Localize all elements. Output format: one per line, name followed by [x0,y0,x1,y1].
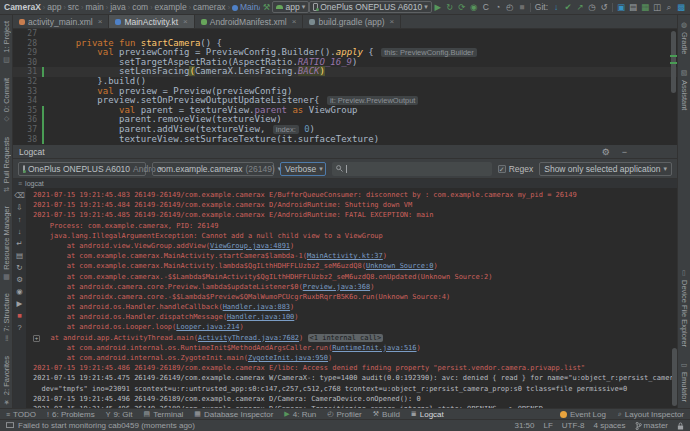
run-config-select[interactable]: app ▾ [272,1,309,13]
stacktrace-link[interactable]: ZygoteInit.java:950 [248,354,328,362]
close-icon[interactable]: × [390,17,395,26]
breadcrumb-item[interactable]: example [154,2,188,12]
close-icon[interactable]: × [183,17,188,26]
update-project-button[interactable]: ↓ [550,2,562,12]
logcat-device-select[interactable]: OnePlus ONEPLUS A6010 Andro ▾ [18,162,146,176]
breadcrumb-item[interactable]: java [109,2,127,12]
tool-window-button-run[interactable]: ▶4: Run [284,410,316,419]
commit-button[interactable]: ✔ [562,2,574,12]
tool-window-button-pull-requests[interactable]: ⇅Pull Requests [2,137,11,192]
close-icon[interactable]: × [292,17,297,26]
logcat-scrollbar-thumb[interactable] [672,348,677,406]
logcat-content-tab[interactable]: ≡ logcat [13,179,677,188]
down-stack-trace-button[interactable]: ↓ [18,227,22,236]
editor-scrollbar[interactable] [670,29,677,145]
logcat-settings-button[interactable]: ⚙ [16,275,23,284]
scroll-to-end-button[interactable]: ⇩ [16,203,22,212]
stop-button[interactable]: ■ [516,2,528,12]
editor-tab[interactable]: AndroidManifest.xml× [195,15,304,28]
gear-icon[interactable]: ⚙ [602,147,610,157]
up-stack-trace-button[interactable]: ↑ [18,215,22,224]
screenshot-button[interactable]: ◉ [16,287,23,296]
tool-window-button-todo[interactable]: ≡TODO [6,410,36,419]
internal-calls-chip[interactable]: <1 internal call> [308,334,384,342]
tool-window-button-2-favorites[interactable]: ★2: Favorites [2,356,11,406]
tool-window-button-database-inspector[interactable]: ▦Database Inspector [194,410,273,419]
stacktrace-link[interactable]: MainActivity.kt:37 [307,252,383,260]
search-everywhere-button[interactable]: ⌕ [663,2,675,13]
tool-window-button-problems[interactable]: !6: Problems [47,410,95,419]
minimize-icon[interactable]: − [622,147,627,157]
device-select[interactable]: OnePlus ONEPLUS A6010 ▾ [309,1,432,13]
close-icon[interactable]: × [98,17,103,26]
stacktrace-link[interactable]: ViewGroup.java:4891 [210,242,290,250]
soft-wrap-button[interactable]: ↵ [16,239,22,248]
tool-window-button-emulator[interactable]: ▭Emulator [680,361,689,402]
breadcrumb-item[interactable]: com [131,2,149,12]
indent-setting[interactable]: 4 spaces [594,421,626,430]
clear-logcat-button[interactable]: ⌫ [14,191,25,200]
regex-checkbox[interactable]: ✓ Regex [498,164,534,174]
attach-device-button[interactable]: ◫ [651,2,663,13]
stacktrace-link[interactable]: Unknown Source:0 [366,262,433,270]
stacktrace-link[interactable]: ActivityThread.java:7682 [198,334,299,342]
git-branch-widget[interactable]: master [635,421,668,430]
apply-changes-button[interactable]: ↻ [444,2,456,12]
restart-button[interactable]: ↻ [16,263,22,272]
logcat-filter-select[interactable]: Show only selected application ▾ [539,162,672,176]
stacktrace-link[interactable]: RuntimeInit.java:516 [332,344,416,352]
file-encoding[interactable]: UTF-8 [562,421,585,430]
stop-record-button[interactable]: ■ [17,311,22,320]
push-button[interactable]: ↗ [574,2,586,12]
tool-window-button-event-log[interactable]: Event Log [560,410,606,419]
tool-window-button-logcat[interactable]: ≣Logcat [411,410,444,419]
tool-window-button-build[interactable]: ⚒Build [373,410,400,419]
rollback-button[interactable]: ↺ [598,2,610,12]
print-button[interactable]: ▤ [16,251,23,260]
breadcrumb-item[interactable]: src [67,2,80,12]
stacktrace-link[interactable]: Handler.java:100 [227,313,294,321]
breadcrumb-item[interactable]: camerax [192,2,227,12]
editor-tab[interactable]: build.gradle (app)× [303,15,401,28]
avd-manager-button[interactable]: ▦ [639,2,651,13]
profile-button[interactable]: ◔ [492,2,504,12]
log-level-select[interactable]: Verbose ▾ [280,162,326,176]
tool-window-button-gradle[interactable]: ◍Gradle [680,21,689,55]
editor-tab[interactable]: MainActivity.kt× [109,15,194,28]
stacktrace-link[interactable]: Looper.java:214 [176,323,239,331]
caret-position[interactable]: 31:50 [514,421,534,430]
logcat-title[interactable]: Logcat [19,147,45,157]
build-hammer-icon[interactable]: ⚒ [260,2,272,12]
tool-window-button-assistant[interactable]: ▧Assistant [680,69,689,110]
line-ending[interactable]: LF [544,421,553,430]
run-button[interactable]: ▶ [432,2,444,12]
tool-window-button-resource-manager[interactable]: ▦Resource Manager [2,206,11,281]
logcat-output[interactable]: 2021-07-15 19:21:45.483 26149-26149/com.… [26,188,677,408]
tool-window-button-git[interactable]: Y9: Git [106,410,133,419]
debug-button[interactable]: ◉ [468,2,480,12]
status-message[interactable]: Failed to start monitoring cab0459 (mome… [18,421,195,430]
breadcrumb-item[interactable]: CameraX [3,2,42,12]
tool-window-button-device-file-explorer[interactable]: ▯Device File Explorer [680,269,689,347]
lock-icon[interactable] [677,422,684,430]
fold-expand-icon[interactable]: + [33,335,40,342]
tool-window-button-terminal[interactable]: ▤Terminal [144,410,184,419]
attach-debugger-button[interactable]: C [480,2,492,12]
breadcrumb-class-item[interactable]: MainActivity [231,2,261,12]
stacktrace-link[interactable]: Preview.java:368 [303,283,370,291]
device-manager-button[interactable]: ▣ [615,2,627,13]
sdk-manager-button[interactable]: ▤ [627,2,639,13]
breadcrumb-item[interactable]: app [46,2,62,12]
tool-window-button-1-project[interactable]: ▤1: Project [2,21,11,64]
screen-record-button[interactable]: ▶ [17,299,23,308]
logcat-search-input[interactable] [332,162,492,176]
code-editor[interactable]: 2728 private fun startCamera() {29 val p… [13,29,677,145]
tool-window-button-0-commit[interactable]: ◇0: Commit [2,78,11,123]
profiler-button[interactable]: ◴ [504,2,516,12]
help-button[interactable]: ? [17,323,21,332]
tool-window-button-layout-inspector[interactable]: ⌕Layout Inspector [618,410,684,419]
logcat-process-select[interactable]: com.example.camerax (26149) ▾ [152,162,274,176]
tool-window-button-profiler[interactable]: ◴Profiler [327,410,361,419]
editor-tab[interactable]: activity_main.xml× [13,15,109,28]
stacktrace-link[interactable]: Handler.java:883 [223,303,290,311]
